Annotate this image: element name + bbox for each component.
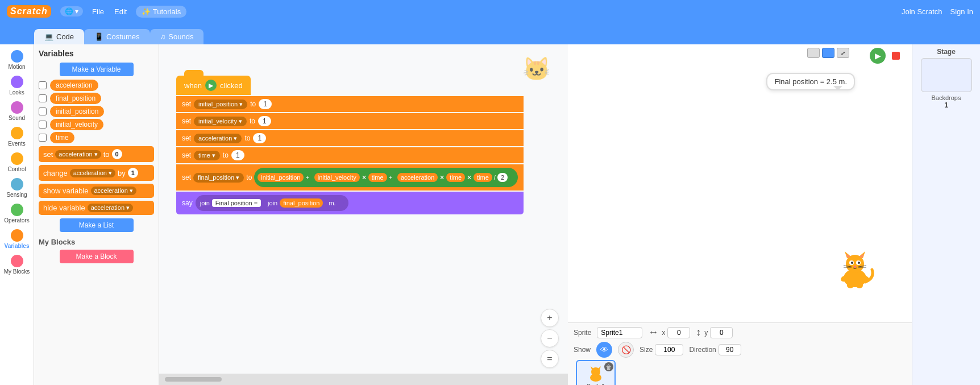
script-canvas[interactable]: 🐱 when ▶ clicked set initial_position ▾ xyxy=(159,44,568,374)
var-pill-time[interactable]: time xyxy=(50,132,74,143)
script-area[interactable]: 🐱 when ▶ clicked set initial_position ▾ xyxy=(159,44,568,385)
view-normal-button[interactable] xyxy=(822,48,834,58)
initial-pos-dropdown[interactable]: initial_position ▾ xyxy=(194,100,247,109)
variables-color-dot xyxy=(11,229,23,242)
block-set-formula[interactable]: set final_position ▾ to initial_position… xyxy=(176,164,524,191)
stop-icon xyxy=(892,52,900,60)
var-pill-final-position[interactable]: final_position xyxy=(50,93,101,104)
var-checkbox-initial-velocity[interactable] xyxy=(39,121,47,129)
initial-vel-value[interactable]: 1 xyxy=(258,116,271,126)
category-myblocks[interactable]: My Blocks xyxy=(2,252,32,277)
var-pill-initial-velocity[interactable]: initial_velocity xyxy=(50,119,103,130)
var-checkbox-acceleration[interactable] xyxy=(39,81,47,89)
time-dropdown[interactable]: time ▾ xyxy=(194,151,220,160)
var-checkbox-final-position[interactable] xyxy=(39,94,47,102)
hide-variable-block[interactable]: hide variable acceleration ▾ xyxy=(39,201,154,215)
zoom-out-button[interactable]: − xyxy=(541,329,559,347)
stage-backdrop-thumb[interactable] xyxy=(921,58,972,92)
final-pos-text: Final position = xyxy=(212,199,261,207)
make-block-button[interactable]: Make a Block xyxy=(60,250,134,263)
block-say[interactable]: say join Final position = join final_pos… xyxy=(176,192,524,214)
tutorials-button[interactable]: ✨ Tutorials xyxy=(136,6,186,18)
var-pill-acceleration[interactable]: acceleration xyxy=(50,80,98,91)
category-looks[interactable]: Looks xyxy=(2,73,32,98)
myblocks-label: My Blocks xyxy=(4,268,30,275)
category-control[interactable]: Control xyxy=(2,150,32,175)
scratch-logo[interactable]: Scratch xyxy=(7,5,51,18)
change-acc-value[interactable]: 1 xyxy=(128,168,138,178)
x-input[interactable] xyxy=(667,327,690,338)
time-oval-3: time xyxy=(474,173,492,182)
initial-pos-value[interactable]: 1 xyxy=(259,99,272,109)
time-value[interactable]: 1 xyxy=(231,150,244,160)
globe-button[interactable]: 🌐 ▾ xyxy=(60,6,83,16)
y-coord-group: ↕ y xyxy=(696,326,733,338)
hat-block[interactable]: when ▶ clicked xyxy=(176,76,251,95)
hat-block-content[interactable]: when ▶ clicked xyxy=(176,76,251,95)
category-sound[interactable]: Sound xyxy=(2,99,32,123)
accel-value[interactable]: 1 xyxy=(253,133,266,143)
show-variable-block[interactable]: show variable acceleration ▾ xyxy=(39,184,154,198)
category-operators[interactable]: Operators xyxy=(2,201,32,226)
initial-vel-dropdown[interactable]: initial_velocity ▾ xyxy=(194,117,247,126)
sprite-name-input[interactable] xyxy=(597,327,642,338)
var-pill-initial-position[interactable]: initial_position xyxy=(50,106,104,117)
block-set-accel[interactable]: set acceleration ▾ to 1 xyxy=(176,130,524,146)
view-fullscreen-button[interactable]: ⤢ xyxy=(837,48,849,58)
category-sensing[interactable]: Sensing xyxy=(2,176,32,200)
size-input[interactable] xyxy=(655,344,683,355)
block-set-initial-vel[interactable]: set initial_velocity ▾ to 1 xyxy=(176,113,524,129)
hide-var-dropdown[interactable]: acceleration ▾ xyxy=(88,204,133,212)
tab-sounds[interactable]: ♫ Sounds xyxy=(150,29,204,44)
sign-in-link[interactable]: Sign In xyxy=(950,7,973,16)
show-eye-button[interactable]: 👁 xyxy=(596,342,612,358)
view-small-button[interactable] xyxy=(807,48,820,58)
change-acceleration-block[interactable]: change acceleration ▾ by 1 xyxy=(39,165,154,181)
green-flag-button[interactable]: ▶ xyxy=(870,48,886,64)
var-checkbox-initial-position[interactable] xyxy=(39,107,47,115)
file-menu[interactable]: File xyxy=(92,7,104,16)
when-text: when xyxy=(184,81,202,90)
operators-label: Operators xyxy=(4,217,29,223)
zoom-controls: + − = xyxy=(541,309,559,368)
sprite-delete-button[interactable]: 🗑 xyxy=(604,362,613,371)
accel-dropdown[interactable]: acceleration ▾ xyxy=(194,134,242,143)
change-acc-dropdown[interactable]: acceleration ▾ xyxy=(70,169,115,177)
backdrops-column: Stage Backdrops 1 xyxy=(912,44,980,385)
var-checkbox-time[interactable] xyxy=(39,134,47,142)
svg-point-18 xyxy=(856,283,863,288)
final-pos-dropdown[interactable]: final_position ▾ xyxy=(193,173,244,183)
y-input[interactable] xyxy=(710,327,733,338)
join-scratch-link[interactable]: Join Scratch xyxy=(902,7,942,16)
x-coord-group: ↔ x xyxy=(648,326,690,338)
category-motion[interactable]: Motion xyxy=(2,48,32,72)
direction-input[interactable] xyxy=(719,344,741,355)
category-events[interactable]: Events xyxy=(2,125,32,149)
block-set-initial-pos[interactable]: set initial_position ▾ to 1 xyxy=(176,96,524,112)
set-acceleration-block[interactable]: set acceleration ▾ to 0 xyxy=(39,146,154,162)
zoom-reset-button[interactable]: = xyxy=(541,350,559,368)
make-variable-button[interactable]: Make a Variable xyxy=(60,63,134,76)
category-variables[interactable]: Variables xyxy=(2,227,32,251)
show-var-dropdown[interactable]: acceleration ▾ xyxy=(91,187,136,195)
edit-menu[interactable]: Edit xyxy=(114,7,127,16)
set-acc-value[interactable]: 0 xyxy=(112,149,122,159)
stop-button[interactable] xyxy=(889,49,903,63)
svg-point-17 xyxy=(847,283,854,288)
block-set-time[interactable]: set time ▾ to 1 xyxy=(176,147,524,163)
script-scrollbar[interactable] xyxy=(159,374,568,385)
script-stack[interactable]: when ▶ clicked set initial_position ▾ to… xyxy=(176,76,524,214)
sensing-label: Sensing xyxy=(6,192,27,198)
set-acc-dropdown[interactable]: acceleration ▾ xyxy=(55,150,101,159)
control-label: Control xyxy=(7,166,26,172)
tab-code[interactable]: 💻 Code xyxy=(34,29,84,44)
hide-eye-button[interactable]: 🚫 xyxy=(618,342,634,358)
sprite-thumb-sprite1[interactable]: 🗑 Sprite1 xyxy=(576,360,616,385)
var-row-time: time xyxy=(39,132,154,143)
show-label: Show xyxy=(574,346,591,354)
zoom-in-button[interactable]: + xyxy=(541,309,559,327)
make-list-button[interactable]: Make a List xyxy=(60,218,134,232)
tab-costumes[interactable]: 📱 Costumes xyxy=(84,29,150,44)
motion-color-dot xyxy=(11,50,23,63)
scroll-thumb[interactable] xyxy=(165,377,222,382)
